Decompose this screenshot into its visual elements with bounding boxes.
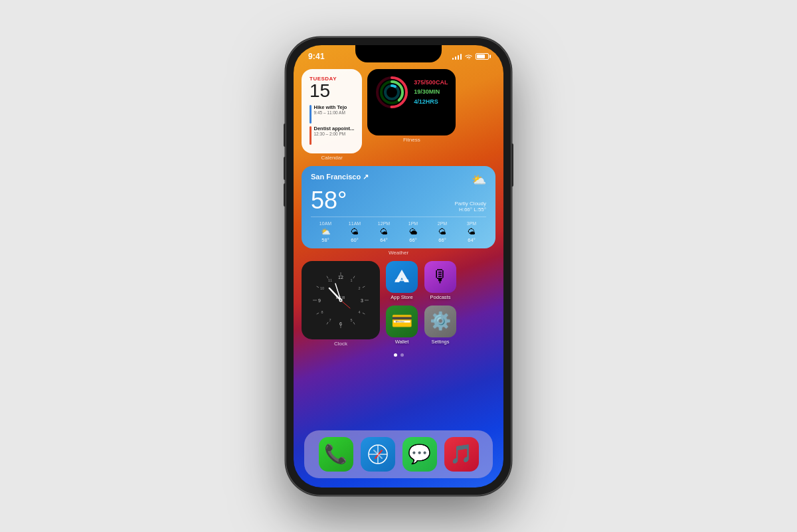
phone-frame: 9:41 — [286, 37, 511, 495]
forecast-5: 3PM 🌤 64° — [457, 221, 486, 243]
wallet-icon[interactable]: 💳 — [386, 306, 418, 337]
weather-label: Weather — [302, 250, 495, 256]
weather-widget-wrapper[interactable]: San Francisco ↗ ⛅ 58° Partly Cloudy H:66… — [302, 166, 495, 256]
status-icons — [452, 53, 489, 60]
calendar-label: Calendar — [302, 155, 362, 161]
svg-line-10 — [363, 313, 365, 314]
appstore-icon[interactable] — [386, 261, 418, 293]
empty-slot — [462, 261, 495, 300]
svg-text:7: 7 — [329, 318, 331, 322]
svg-line-13 — [327, 321, 328, 323]
svg-line-14 — [317, 313, 319, 314]
weather-location: San Francisco ↗ — [311, 173, 369, 181]
podcasts-wrapper[interactable]: 🎙 Podcasts — [424, 261, 457, 300]
phone-dock-icon[interactable]: 📞 — [319, 437, 353, 472]
svg-point-35 — [340, 300, 341, 301]
wallet-emoji: 💳 — [391, 311, 412, 331]
svg-text:1: 1 — [350, 278, 352, 282]
svg-text:8: 8 — [321, 310, 323, 314]
signal-bars-icon — [452, 53, 462, 60]
forecast-1: 11AM 🌤 60° — [340, 221, 369, 243]
wallet-wrapper[interactable]: 💳 Wallet — [385, 306, 418, 345]
appstore-svg — [392, 267, 412, 287]
music-dock-icon[interactable]: 🎵 — [444, 437, 479, 472]
settings-wrapper[interactable]: ⚙️ Settings — [424, 306, 457, 345]
wallet-label: Wallet — [395, 339, 409, 345]
calendar-date: 15 — [310, 82, 354, 100]
svg-text:9: 9 — [318, 298, 321, 303]
apps-area: 12 3 6 9 1 2 4 5 7 8 10 11 — [302, 261, 495, 347]
forecast-0: 10AM ⛅ 58° — [311, 221, 340, 243]
fitness-stats: 375/500CAL 19/30MIN 4/12HRS — [414, 78, 448, 106]
weather-hl: H:66° L:55° — [454, 207, 486, 213]
svg-text:5: 5 — [350, 318, 352, 322]
forecast-4: 2PM 🌤 66° — [428, 221, 457, 243]
appstore-wrapper[interactable]: App Store — [385, 261, 418, 300]
fitness-calories: 375/500CAL — [414, 78, 448, 87]
dot-0 — [394, 353, 397, 357]
page-dots — [302, 353, 495, 357]
forecast-icon-1: 🌤 — [340, 227, 369, 236]
notch — [355, 45, 442, 62]
svg-text:11: 11 — [328, 278, 332, 282]
fitness-minutes: 19/30MIN — [414, 87, 448, 96]
fitness-hours: 4/12HRS — [414, 97, 448, 106]
forecast-icon-3: 🌥 — [398, 227, 428, 236]
dot-1 — [400, 353, 404, 357]
forecast-icon-0: ⛅ — [311, 227, 340, 236]
phone-screen: 9:41 — [294, 45, 503, 488]
svg-line-33 — [341, 300, 350, 308]
fitness-label: Fitness — [367, 137, 456, 143]
settings-emoji: ⚙️ — [430, 311, 451, 331]
weather-temp: 58° — [311, 189, 347, 213]
forecast-icon-2: 🌤 — [369, 227, 398, 236]
messages-dock-icon[interactable]: 💬 — [402, 437, 437, 472]
dock: 📞 💬 🎵 — [304, 430, 493, 478]
podcasts-icon[interactable]: 🎙 — [424, 261, 456, 293]
podcasts-label: Podcasts — [430, 294, 451, 300]
weather-condition: Partly Cloudy — [454, 201, 486, 207]
forecast-3: 1PM 🌥 66° — [398, 221, 428, 243]
svg-line-11 — [353, 321, 355, 323]
app-icons-grid: App Store 🎙 Podcasts 💳 — [385, 261, 495, 345]
fitness-rings: 375/500CAL 19/30MIN 4/12HRS — [375, 76, 448, 109]
svg-line-16 — [317, 286, 319, 288]
svg-text:12: 12 — [338, 275, 343, 280]
safari-dock-icon[interactable] — [361, 437, 395, 472]
content-area: TUESDAY 15 Hike with Tejo 9:45 – 11:00 A… — [294, 64, 503, 488]
battery-icon — [476, 53, 489, 60]
forecast-icon-4: 🌤 — [428, 227, 457, 236]
svg-point-4 — [385, 86, 398, 99]
svg-text:10: 10 — [320, 286, 324, 290]
forecast-icon-5: 🌤 — [457, 227, 486, 236]
svg-text:3: 3 — [361, 298, 363, 303]
calendar-event-1: Hike with Tejo 9:45 – 11:00 AM — [310, 104, 354, 124]
svg-text:4: 4 — [358, 310, 360, 314]
clock-face: 12 3 6 9 1 2 4 5 7 8 10 11 — [308, 267, 374, 333]
svg-line-7 — [353, 276, 355, 278]
status-time: 9:41 — [308, 52, 325, 61]
svg-text:6: 6 — [339, 321, 342, 326]
svg-text:2: 2 — [358, 286, 360, 290]
weather-main-icon: ⛅ — [472, 173, 486, 187]
clock-widget-wrapper[interactable]: 12 3 6 9 1 2 4 5 7 8 10 11 — [302, 261, 380, 347]
wifi-icon — [464, 53, 473, 60]
settings-icon[interactable]: ⚙️ — [424, 306, 456, 337]
forecast-2: 12PM 🌤 64° — [369, 221, 398, 243]
calendar-event-2: Dentist appoint... 12:30 – 2:00 PM — [310, 126, 354, 145]
activity-rings — [375, 76, 408, 109]
calendar-widget[interactable]: TUESDAY 15 Hike with Tejo 9:45 – 11:00 A… — [302, 69, 362, 161]
settings-label: Settings — [431, 339, 449, 345]
svg-line-8 — [363, 286, 365, 288]
clock-label: Clock — [302, 341, 380, 347]
fitness-widget-wrapper[interactable]: 375/500CAL 19/30MIN 4/12HRS Fitness — [367, 69, 456, 161]
podcasts-emoji: 🎙 — [432, 266, 449, 287]
widget-row-1: TUESDAY 15 Hike with Tejo 9:45 – 11:00 A… — [302, 69, 495, 161]
appstore-label: App Store — [391, 294, 412, 300]
weather-forecast: 10AM ⛅ 58° 11AM 🌤 60° 12PM 🌤 64° — [311, 217, 486, 243]
